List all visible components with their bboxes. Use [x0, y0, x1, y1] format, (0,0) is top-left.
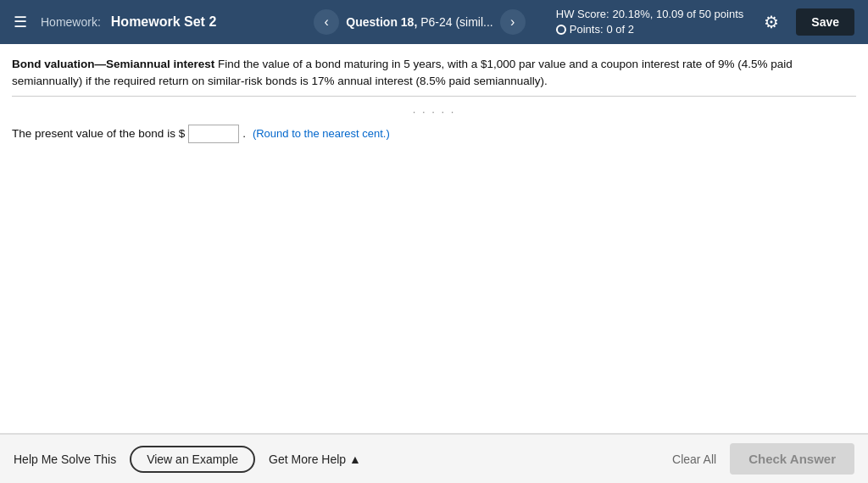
- question-text: Bond valuation—Semiannual interest Find …: [12, 56, 856, 91]
- homework-title: Homework Set 2: [111, 14, 216, 30]
- prev-question-button[interactable]: ‹: [314, 9, 339, 35]
- homework-prefix: Homework:: [41, 15, 101, 29]
- get-more-help-button[interactable]: Get More Help ▲: [269, 452, 361, 466]
- footer: Help Me Solve This View an Example Get M…: [0, 434, 868, 483]
- question-label: Question 18, P6-24 (simil...: [346, 15, 493, 29]
- question-nav: ‹ Question 18, P6-24 (simil... ›: [314, 9, 526, 35]
- points-value: 0 of 2: [607, 22, 635, 37]
- get-more-help-arrow-icon: ▲: [349, 452, 361, 466]
- help-me-solve-button[interactable]: Help Me Solve This: [14, 452, 116, 466]
- points-label: Points:: [570, 22, 604, 37]
- header: ☰ Homework: Homework Set 2 ‹ Question 18…: [0, 0, 868, 44]
- dots-row: · · · · ·: [12, 105, 856, 118]
- clear-all-button[interactable]: Clear All: [672, 452, 716, 466]
- settings-button[interactable]: ⚙: [764, 12, 779, 32]
- hw-score-label: HW Score:: [556, 7, 609, 22]
- question-title: Bond valuation—Semiannual interest: [12, 58, 214, 70]
- divider: [12, 96, 856, 97]
- answer-suffix: .: [242, 127, 246, 140]
- view-example-button[interactable]: View an Example: [130, 446, 255, 473]
- check-answer-button[interactable]: Check Answer: [730, 443, 854, 475]
- gear-icon: ⚙: [764, 12, 779, 32]
- round-note: (Round to the nearest cent.): [253, 127, 390, 140]
- save-button[interactable]: Save: [796, 8, 854, 36]
- main-content: Bond valuation—Semiannual interest Find …: [0, 44, 868, 434]
- footer-right: Clear All Check Answer: [672, 443, 854, 475]
- score-section: HW Score: 20.18%, 10.09 of 50 points Poi…: [556, 7, 744, 37]
- hw-score-value: 20.18%, 10.09 of 50 points: [613, 7, 744, 22]
- points-icon: [556, 25, 566, 35]
- answer-row: The present value of the bond is $ . (Ro…: [12, 125, 856, 143]
- get-more-help-label: Get More Help: [269, 452, 346, 466]
- menu-icon[interactable]: ☰: [14, 13, 27, 31]
- present-value-input[interactable]: [188, 125, 239, 143]
- next-question-button[interactable]: ›: [500, 9, 526, 35]
- answer-prefix: The present value of the bond is $: [12, 127, 185, 140]
